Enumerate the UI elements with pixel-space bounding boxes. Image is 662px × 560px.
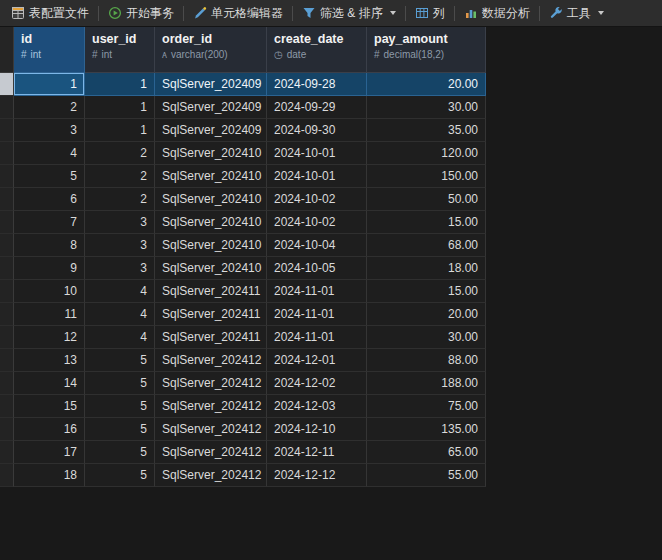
cell-user_id[interactable]: 2 xyxy=(85,165,155,188)
cell-pay_amount[interactable]: 188.00 xyxy=(367,372,486,395)
cell-user_id[interactable]: 4 xyxy=(85,303,155,326)
cell-create_date[interactable]: 2024-10-05 xyxy=(267,257,367,280)
toolbar-item-tools[interactable]: 工具 xyxy=(543,2,610,25)
cell-order_id[interactable]: SqlServer_202410 xyxy=(155,211,267,234)
table-row[interactable]: 52SqlServer_2024102024-10-01150.00 xyxy=(0,165,662,188)
cell-order_id[interactable]: SqlServer_202411 xyxy=(155,303,267,326)
cell-order_id[interactable]: SqlServer_202412 xyxy=(155,349,267,372)
table-row[interactable]: 165SqlServer_2024122024-12-10135.00 xyxy=(0,418,662,441)
cell-create_date[interactable]: 2024-11-01 xyxy=(267,326,367,349)
cell-id[interactable]: 3 xyxy=(14,119,85,142)
cell-pay_amount[interactable]: 20.00 xyxy=(367,303,486,326)
table-row[interactable]: 62SqlServer_2024102024-10-0250.00 xyxy=(0,188,662,211)
table-row[interactable]: 11SqlServer_2024092024-09-2820.00 xyxy=(0,73,662,96)
cell-user_id[interactable]: 4 xyxy=(85,280,155,303)
cell-order_id[interactable]: SqlServer_202412 xyxy=(155,464,267,487)
table-row[interactable]: 114SqlServer_2024112024-11-0120.00 xyxy=(0,303,662,326)
cell-pay_amount[interactable]: 30.00 xyxy=(367,326,486,349)
cell-create_date[interactable]: 2024-10-02 xyxy=(267,211,367,234)
cell-pay_amount[interactable]: 150.00 xyxy=(367,165,486,188)
row-selector[interactable] xyxy=(0,441,14,464)
row-selector[interactable] xyxy=(0,96,14,119)
cell-id[interactable]: 10 xyxy=(14,280,85,303)
toolbar-item-columns[interactable]: 列 xyxy=(409,2,451,25)
cell-create_date[interactable]: 2024-12-11 xyxy=(267,441,367,464)
column-header-user-id[interactable]: user_id # int xyxy=(85,27,155,73)
table-row[interactable]: 124SqlServer_2024112024-11-0130.00 xyxy=(0,326,662,349)
cell-pay_amount[interactable]: 20.00 xyxy=(367,73,486,96)
cell-pay_amount[interactable]: 65.00 xyxy=(367,441,486,464)
row-selector[interactable] xyxy=(0,119,14,142)
table-row[interactable]: 42SqlServer_2024102024-10-01120.00 xyxy=(0,142,662,165)
toolbar-item-filter-sort[interactable]: 筛选 & 排序 xyxy=(296,2,402,25)
table-row[interactable]: 104SqlServer_2024112024-11-0115.00 xyxy=(0,280,662,303)
cell-id[interactable]: 17 xyxy=(14,441,85,464)
corner-select-all-cell[interactable] xyxy=(0,27,14,73)
cell-user_id[interactable]: 4 xyxy=(85,326,155,349)
cell-order_id[interactable]: SqlServer_202411 xyxy=(155,280,267,303)
cell-create_date[interactable]: 2024-10-01 xyxy=(267,142,367,165)
cell-create_date[interactable]: 2024-12-10 xyxy=(267,418,367,441)
table-row[interactable]: 31SqlServer_2024092024-09-3035.00 xyxy=(0,119,662,142)
table-row[interactable]: 135SqlServer_2024122024-12-0188.00 xyxy=(0,349,662,372)
cell-user_id[interactable]: 5 xyxy=(85,464,155,487)
table-row[interactable]: 185SqlServer_2024122024-12-1255.00 xyxy=(0,464,662,487)
cell-create_date[interactable]: 2024-12-12 xyxy=(267,464,367,487)
cell-id[interactable]: 4 xyxy=(14,142,85,165)
column-header-id[interactable]: id # int xyxy=(14,27,85,73)
cell-create_date[interactable]: 2024-09-30 xyxy=(267,119,367,142)
cell-user_id[interactable]: 5 xyxy=(85,418,155,441)
table-row[interactable]: 145SqlServer_2024122024-12-02188.00 xyxy=(0,372,662,395)
cell-user_id[interactable]: 3 xyxy=(85,234,155,257)
cell-order_id[interactable]: SqlServer_202410 xyxy=(155,257,267,280)
cell-pay_amount[interactable]: 50.00 xyxy=(367,188,486,211)
cell-order_id[interactable]: SqlServer_202409 xyxy=(155,119,267,142)
cell-pay_amount[interactable]: 55.00 xyxy=(367,464,486,487)
cell-order_id[interactable]: SqlServer_202412 xyxy=(155,395,267,418)
toolbar-item-begin-transaction[interactable]: 开始事务 xyxy=(102,2,180,25)
cell-order_id[interactable]: SqlServer_202412 xyxy=(155,441,267,464)
cell-id[interactable]: 8 xyxy=(14,234,85,257)
cell-id[interactable]: 2 xyxy=(14,96,85,119)
table-row[interactable]: 175SqlServer_2024122024-12-1165.00 xyxy=(0,441,662,464)
cell-order_id[interactable]: SqlServer_202412 xyxy=(155,372,267,395)
cell-user_id[interactable]: 5 xyxy=(85,372,155,395)
cell-create_date[interactable]: 2024-11-01 xyxy=(267,303,367,326)
cell-id[interactable]: 11 xyxy=(14,303,85,326)
cell-order_id[interactable]: SqlServer_202411 xyxy=(155,326,267,349)
cell-order_id[interactable]: SqlServer_202409 xyxy=(155,96,267,119)
cell-order_id[interactable]: SqlServer_202410 xyxy=(155,188,267,211)
table-row[interactable]: 155SqlServer_2024122024-12-0375.00 xyxy=(0,395,662,418)
toolbar-item-data-analysis[interactable]: 数据分析 xyxy=(458,2,536,25)
cell-create_date[interactable]: 2024-12-01 xyxy=(267,349,367,372)
cell-create_date[interactable]: 2024-10-04 xyxy=(267,234,367,257)
cell-user_id[interactable]: 2 xyxy=(85,142,155,165)
cell-pay_amount[interactable]: 88.00 xyxy=(367,349,486,372)
cell-user_id[interactable]: 1 xyxy=(85,73,155,96)
row-selector[interactable] xyxy=(0,303,14,326)
cell-create_date[interactable]: 2024-09-28 xyxy=(267,73,367,96)
row-selector[interactable] xyxy=(0,142,14,165)
cell-id[interactable]: 13 xyxy=(14,349,85,372)
row-selector[interactable] xyxy=(0,165,14,188)
cell-pay_amount[interactable]: 135.00 xyxy=(367,418,486,441)
cell-id[interactable]: 14 xyxy=(14,372,85,395)
cell-id[interactable]: 6 xyxy=(14,188,85,211)
row-selector[interactable] xyxy=(0,326,14,349)
cell-user_id[interactable]: 1 xyxy=(85,96,155,119)
table-row[interactable]: 83SqlServer_2024102024-10-0468.00 xyxy=(0,234,662,257)
cell-create_date[interactable]: 2024-10-01 xyxy=(267,165,367,188)
table-row[interactable]: 73SqlServer_2024102024-10-0215.00 xyxy=(0,211,662,234)
cell-id[interactable]: 12 xyxy=(14,326,85,349)
row-selector[interactable] xyxy=(0,464,14,487)
cell-id[interactable]: 9 xyxy=(14,257,85,280)
cell-pay_amount[interactable]: 15.00 xyxy=(367,280,486,303)
column-header-create-date[interactable]: create_date ◷ date xyxy=(267,27,367,73)
cell-user_id[interactable]: 5 xyxy=(85,441,155,464)
cell-id[interactable]: 5 xyxy=(14,165,85,188)
cell-pay_amount[interactable]: 15.00 xyxy=(367,211,486,234)
row-selector[interactable] xyxy=(0,73,14,96)
cell-user_id[interactable]: 1 xyxy=(85,119,155,142)
toolbar-item-table-config[interactable]: 表配置文件 xyxy=(5,2,95,25)
cell-id[interactable]: 16 xyxy=(14,418,85,441)
